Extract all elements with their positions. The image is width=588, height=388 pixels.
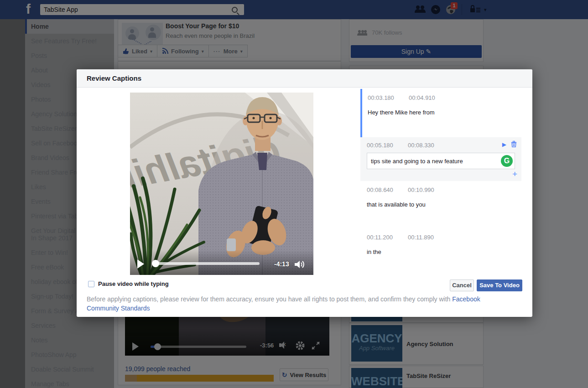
caption-text-input[interactable]: [367, 153, 515, 169]
play-icon[interactable]: [137, 259, 144, 269]
caption-entry-actions: ▶: [502, 141, 517, 149]
captions-list: 00:03.18000:04.910Hey there Mike here fr…: [360, 89, 525, 276]
seek-bar[interactable]: [154, 262, 260, 265]
caption-end-time: 00:11.890: [408, 234, 449, 241]
caption-video-player[interactable]: digitalhill: [130, 93, 313, 275]
time-remaining: -4:13: [274, 260, 289, 268]
caption-start-time: 00:03.180: [368, 94, 409, 101]
review-captions-modal: Review Captions digitalhill: [77, 69, 532, 317]
caption-start-time: 00:08.640: [367, 186, 408, 193]
caption-text[interactable]: that is available to you: [367, 201, 515, 208]
cancel-button[interactable]: Cancel: [450, 279, 474, 291]
modal-title: Review Captions: [77, 69, 532, 88]
volume-icon[interactable]: [294, 260, 305, 269]
pause-while-typing-checkbox[interactable]: [88, 281, 94, 287]
caption-entry-4[interactable]: 00:11.20000:11.890in the: [360, 228, 521, 276]
caption-entry-2[interactable]: 00:05.18000:08.330▶G+: [360, 137, 521, 181]
save-to-video-button[interactable]: Save To Video: [477, 279, 522, 291]
caption-timestamps: 00:11.20000:11.890: [367, 234, 515, 241]
caption-end-time: 00:04.910: [409, 94, 450, 101]
grammarly-icon[interactable]: G: [501, 155, 513, 167]
facebook-page: f 1 ▾ HomeSee Features Try Free!PostsAbo…: [0, 0, 588, 388]
caption-entry-3[interactable]: 00:08.64000:10.990that is available to y…: [360, 181, 521, 228]
add-caption-button[interactable]: +: [367, 170, 517, 178]
caption-start-time: 00:05.180: [367, 142, 408, 149]
caption-end-time: 00:08.330: [408, 142, 449, 149]
play-caption-icon[interactable]: ▶: [502, 141, 506, 148]
caption-text[interactable]: Hey there Mike here from: [368, 109, 515, 116]
pause-while-typing-label: Pause video while typing: [98, 280, 169, 287]
caption-timestamps: 00:08.64000:10.990: [367, 186, 515, 193]
caption-text[interactable]: in the: [367, 248, 515, 255]
caption-timestamps: 00:03.18000:04.910: [368, 94, 515, 101]
caption-start-time: 00:11.200: [367, 234, 408, 241]
caption-end-time: 00:10.990: [408, 186, 449, 193]
caption-entry-1[interactable]: 00:03.18000:04.910Hey there Mike here fr…: [360, 89, 521, 137]
video-frame: digitalhill: [130, 93, 313, 275]
captions-disclaimer: Before applying captions, please review …: [87, 295, 494, 313]
caption-timestamps: 00:05.18000:08.330: [367, 142, 515, 149]
delete-caption-icon[interactable]: [511, 141, 517, 147]
